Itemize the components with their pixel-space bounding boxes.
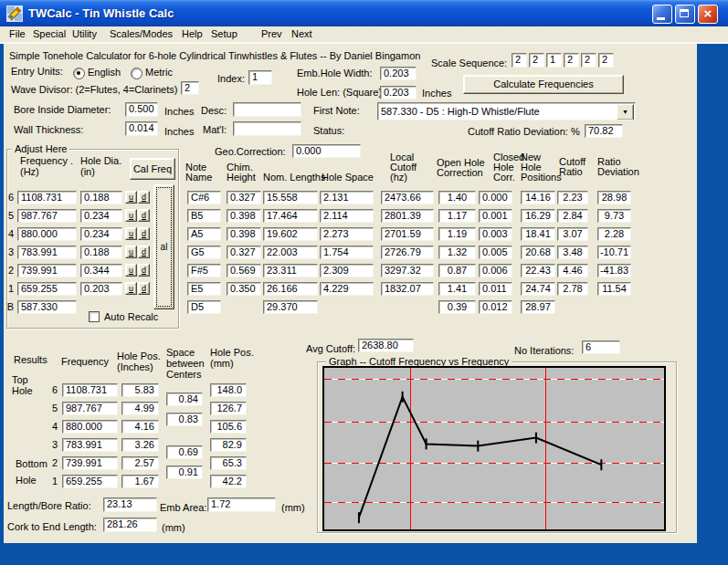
- emb-hole-width-input[interactable]: 0.203: [380, 67, 417, 80]
- table-closed-field[interactable]: 0.012: [479, 300, 512, 314]
- results-frequency-field[interactable]: 880.000: [62, 420, 118, 434]
- cork-to-end-field[interactable]: 281.26: [103, 518, 157, 532]
- table-newpos-field[interactable]: 24.74: [521, 282, 555, 296]
- table-note-field[interactable]: A5: [187, 227, 221, 241]
- adjust-hole-dia-input[interactable]: 0.188: [80, 246, 122, 259]
- results-frequency-field[interactable]: 783.991: [62, 438, 118, 452]
- table-dev-field[interactable]: 11.54: [597, 282, 631, 296]
- table-closed-field[interactable]: 0.003: [479, 227, 512, 241]
- adjust-frequency-input[interactable]: 1108.731: [17, 191, 77, 204]
- hole-dia-up-button[interactable]: u: [125, 246, 137, 258]
- table-space-field[interactable]: 2.273: [320, 227, 374, 241]
- scale-sequence-input-5[interactable]: 2: [581, 53, 596, 68]
- table-nom-field[interactable]: 15.558: [263, 191, 318, 204]
- geo-correction-input[interactable]: 0.000: [292, 144, 361, 158]
- table-ratio-field[interactable]: 2.23: [557, 191, 588, 204]
- table-cutoff-field[interactable]: 2701.59: [381, 227, 434, 241]
- menu-item-utility[interactable]: Utility: [72, 28, 97, 39]
- matl-input[interactable]: [233, 121, 301, 136]
- wall-thickness-input[interactable]: 0.014: [125, 121, 158, 136]
- hole-len-input[interactable]: 0.203: [380, 86, 417, 99]
- table-chim-field[interactable]: 0.398: [227, 209, 261, 223]
- cal-freq-button[interactable]: Cal Freq: [130, 158, 175, 180]
- wave-divisor-input[interactable]: 2: [181, 81, 199, 95]
- first-note-select[interactable]: 587.330 - D5 : High-D Whistle/Flute ▼: [377, 102, 636, 120]
- english-radio[interactable]: [73, 68, 85, 79]
- scale-sequence-input-6[interactable]: 2: [598, 53, 614, 68]
- results-hole-pos-mm-field[interactable]: 42.2: [210, 475, 247, 488]
- hole-dia-up-button[interactable]: u: [125, 282, 137, 295]
- results-frequency-field[interactable]: 1108.731: [62, 383, 118, 397]
- maximize-button[interactable]: [675, 5, 695, 24]
- bore-diameter-input[interactable]: 0.500: [125, 102, 158, 117]
- table-open-field[interactable]: 1.32: [438, 246, 476, 259]
- hole-dia-up-button[interactable]: u: [125, 191, 137, 204]
- table-dev-field[interactable]: 28.98: [597, 191, 631, 204]
- table-newpos-field[interactable]: 16.29: [521, 209, 555, 223]
- table-open-field[interactable]: 0.39: [438, 300, 476, 314]
- adjust-hole-dia-input[interactable]: 0.188: [80, 191, 122, 204]
- table-chim-field[interactable]: 0.398: [227, 227, 261, 241]
- table-open-field[interactable]: 1.41: [438, 282, 476, 296]
- table-dev-field[interactable]: 2.28: [597, 227, 631, 241]
- scale-sequence-input-3[interactable]: 1: [546, 53, 562, 68]
- table-closed-field[interactable]: 0.006: [479, 264, 512, 277]
- table-nom-field[interactable]: 22.003: [263, 246, 318, 259]
- hole-dia-down-button[interactable]: d: [138, 227, 150, 240]
- table-space-field[interactable]: 4.229: [320, 282, 374, 296]
- table-open-field[interactable]: 1.17: [438, 209, 476, 223]
- results-hole-pos-mm-field[interactable]: 65.3: [210, 456, 247, 470]
- table-closed-field[interactable]: 0.005: [479, 246, 512, 259]
- results-hole-pos-in-field[interactable]: 3.26: [121, 438, 159, 452]
- table-nom-field[interactable]: 17.464: [263, 209, 318, 223]
- table-chim-field[interactable]: 0.350: [227, 282, 261, 296]
- table-closed-field[interactable]: 0.011: [479, 282, 512, 296]
- menu-item-special[interactable]: Special: [33, 28, 66, 39]
- results-space-between-field[interactable]: 0.91: [166, 466, 203, 479]
- hole-dia-down-button[interactable]: d: [138, 264, 150, 277]
- table-nom-field[interactable]: 19.602: [263, 227, 318, 241]
- results-hole-pos-in-field[interactable]: 2.57: [121, 456, 159, 470]
- adjust-frequency-input[interactable]: 659.255: [17, 282, 77, 296]
- adjust-frequency-input[interactable]: 880.000: [17, 227, 77, 241]
- menu-item-help[interactable]: Help: [182, 28, 203, 39]
- table-space-field[interactable]: 2.114: [320, 209, 374, 223]
- table-cutoff-field[interactable]: 2473.66: [381, 191, 434, 204]
- table-closed-field[interactable]: 0.001: [479, 209, 512, 223]
- table-ratio-field[interactable]: 4.46: [557, 264, 588, 277]
- results-space-between-field[interactable]: 0.83: [166, 413, 203, 426]
- table-open-field[interactable]: 0.87: [438, 264, 476, 277]
- table-cutoff-field[interactable]: 3297.32: [381, 264, 434, 277]
- table-cutoff-field[interactable]: 2726.79: [381, 246, 434, 259]
- hole-dia-down-button[interactable]: d: [138, 209, 150, 222]
- results-frequency-field[interactable]: 659.255: [62, 475, 118, 488]
- table-closed-field[interactable]: 0.000: [479, 191, 512, 204]
- hole-dia-up-button[interactable]: u: [125, 209, 137, 222]
- table-note-field[interactable]: C#6: [187, 191, 221, 204]
- table-note-field[interactable]: F#5: [187, 264, 221, 277]
- minimize-button[interactable]: [652, 5, 672, 24]
- table-newpos-field[interactable]: 22.43: [521, 264, 555, 277]
- table-ratio-field[interactable]: 2.84: [557, 209, 588, 223]
- table-nom-field[interactable]: 26.166: [263, 282, 318, 296]
- adjust-hole-dia-input[interactable]: 0.234: [80, 209, 122, 223]
- table-dev-field[interactable]: 9.73: [597, 209, 631, 223]
- no-iterations-field[interactable]: 6: [582, 340, 620, 354]
- menu-item-next[interactable]: Next: [291, 28, 312, 39]
- table-note-field[interactable]: D5: [187, 300, 221, 314]
- table-note-field[interactable]: G5: [187, 246, 221, 259]
- scale-sequence-input-1[interactable]: 2: [512, 53, 527, 68]
- results-space-between-field[interactable]: 0.69: [166, 445, 203, 459]
- results-frequency-field[interactable]: 739.991: [62, 456, 118, 470]
- chevron-down-icon[interactable]: ▼: [617, 104, 634, 120]
- table-dev-field[interactable]: -41.83: [597, 264, 631, 277]
- adjust-frequency-input[interactable]: 987.767: [17, 209, 77, 223]
- scale-sequence-input-2[interactable]: 2: [529, 53, 544, 68]
- results-hole-pos-in-field[interactable]: 4.16: [121, 420, 159, 434]
- index-input[interactable]: 1: [248, 70, 272, 85]
- table-newpos-field[interactable]: 18.41: [521, 227, 555, 241]
- table-open-field[interactable]: 1.19: [438, 227, 476, 241]
- table-cutoff-field[interactable]: 1832.07: [381, 282, 434, 296]
- results-hole-pos-mm-field[interactable]: 82.9: [210, 438, 247, 452]
- table-nom-field[interactable]: 23.311: [263, 264, 318, 277]
